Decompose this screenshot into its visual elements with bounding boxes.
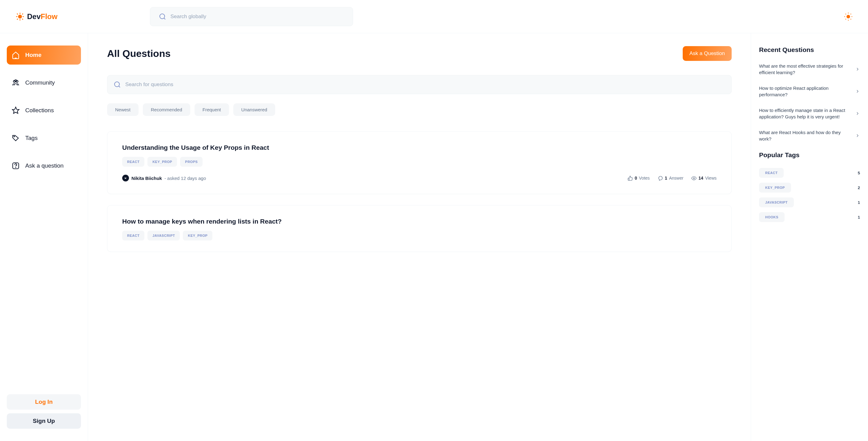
recent-question-item[interactable]: What are the most effective strategies f…	[759, 63, 860, 76]
sidebar-item-label: Tags	[25, 135, 37, 141]
tag-count: 1	[858, 200, 860, 205]
tag: JAVASCRIPT	[759, 197, 794, 207]
popular-tag-item[interactable]: JAVASCRIPT 1	[759, 197, 860, 207]
home-icon	[12, 51, 20, 59]
svg-point-28	[115, 82, 119, 87]
right-sidebar: Recent Questions What are the most effec…	[751, 33, 868, 441]
message-icon	[658, 176, 663, 181]
svg-marker-24	[12, 107, 19, 113]
signup-button[interactable]: Sign Up	[7, 413, 81, 429]
svg-line-19	[850, 13, 851, 14]
search-icon	[159, 13, 166, 20]
global-search-input[interactable]	[170, 13, 344, 20]
tag: REACT	[759, 168, 784, 178]
sidebar-item-label: Collections	[25, 107, 54, 114]
popular-tags-title: Popular Tags	[759, 151, 860, 159]
sidebar-item-label: Ask a question	[25, 162, 64, 169]
tag-count: 1	[858, 215, 860, 219]
tag[interactable]: KEY_PROP	[148, 157, 177, 167]
filter-unanswered[interactable]: Unanswered	[233, 103, 275, 116]
sidebar: Home Community Collections Tags Ask a qu…	[0, 33, 88, 441]
logo-icon	[16, 12, 25, 21]
logo[interactable]: DevFlow	[16, 12, 58, 21]
logo-text: DevFlow	[27, 12, 58, 21]
question-title: Understanding the Usage of Key Props in …	[122, 144, 717, 151]
tag: HOOKS	[759, 212, 784, 222]
sidebar-item-label: Community	[25, 79, 55, 86]
tag[interactable]: REACT	[122, 231, 144, 240]
popular-tag-item[interactable]: KEY_PROP 2	[759, 183, 860, 193]
filter-frequent[interactable]: Frequent	[194, 103, 229, 116]
author-meta: - asked 12 days ago	[164, 176, 206, 181]
sidebar-item-home[interactable]: Home	[7, 45, 81, 65]
sidebar-item-ask[interactable]: Ask a question	[7, 156, 81, 175]
svg-point-0	[19, 15, 22, 18]
recent-question-item[interactable]: What are React Hooks and how do they wor…	[759, 129, 860, 142]
popular-tag-item[interactable]: HOOKS 1	[759, 212, 860, 222]
users-icon	[12, 79, 20, 87]
search-icon	[114, 81, 121, 88]
stat-answers: 1 Answer	[658, 176, 683, 181]
thumbs-up-icon	[628, 176, 633, 181]
ask-question-button[interactable]: Ask a Question	[683, 46, 732, 61]
tag: KEY_PROP	[759, 183, 791, 193]
svg-point-25	[14, 136, 14, 137]
main-content: All Questions Ask a Question Newest Reco…	[88, 33, 751, 441]
sidebar-item-collections[interactable]: Collections	[7, 101, 81, 120]
tag-icon	[12, 134, 20, 142]
svg-point-27	[16, 167, 16, 168]
sidebar-item-community[interactable]: Community	[7, 73, 81, 92]
svg-point-23	[15, 80, 17, 82]
page-title: All Questions	[107, 48, 170, 59]
tag[interactable]: JAVASCRIPT	[148, 231, 180, 240]
question-tags: REACT JAVASCRIPT KEY_PROP	[122, 231, 717, 240]
tag[interactable]: REACT	[122, 157, 144, 167]
question-card[interactable]: Understanding the Usage of Key Props in …	[107, 131, 732, 194]
svg-line-7	[17, 19, 18, 20]
question-search[interactable]	[107, 75, 732, 94]
theme-toggle-icon[interactable]	[844, 12, 852, 21]
question-card[interactable]: How to manage keys when rendering lists …	[107, 205, 732, 252]
avatar: ⏷	[122, 175, 129, 181]
recent-question-item[interactable]: How to optimize React application perfor…	[759, 85, 860, 98]
question-author[interactable]: ⏷ Nikita Biichuk - asked 12 days ago	[122, 175, 206, 181]
question-tags: REACT KEY_PROP PROPS	[122, 157, 717, 167]
tag[interactable]: KEY_PROP	[183, 231, 212, 240]
author-name: Nikita Biichuk	[131, 176, 162, 181]
svg-line-15	[850, 19, 851, 20]
svg-line-10	[164, 18, 165, 20]
question-stats: 0 Votes 1 Answer 14 Views	[628, 176, 717, 181]
sidebar-item-label: Home	[25, 52, 41, 59]
svg-line-8	[22, 13, 23, 14]
question-icon	[12, 162, 20, 170]
recent-question-item[interactable]: How to efficiently manage state in a Rea…	[759, 107, 860, 120]
question-search-input[interactable]	[125, 81, 725, 88]
svg-point-9	[160, 14, 165, 19]
login-button[interactable]: Log In	[7, 394, 81, 410]
filter-recommended[interactable]: Recommended	[143, 103, 190, 116]
filter-newest[interactable]: Newest	[107, 103, 138, 116]
svg-line-3	[17, 13, 18, 14]
sidebar-item-tags[interactable]: Tags	[7, 129, 81, 147]
tag-count: 2	[858, 185, 860, 190]
svg-point-30	[693, 177, 695, 179]
question-title: How to manage keys when rendering lists …	[122, 218, 717, 225]
stat-votes: 0 Votes	[628, 176, 650, 181]
svg-line-18	[845, 19, 846, 20]
svg-line-29	[119, 86, 120, 87]
stat-views: 14 Views	[691, 176, 717, 181]
svg-line-4	[22, 19, 23, 20]
eye-icon	[691, 176, 696, 181]
tag[interactable]: PROPS	[180, 157, 203, 167]
filter-tabs: Newest Recommended Frequent Unanswered	[107, 103, 732, 116]
tag-count: 5	[858, 171, 860, 175]
popular-tag-item[interactable]: REACT 5	[759, 168, 860, 178]
app-header: DevFlow	[0, 0, 868, 33]
chevron-right-icon	[855, 89, 860, 94]
star-icon	[12, 106, 20, 114]
chevron-right-icon	[855, 67, 860, 72]
svg-line-14	[845, 13, 846, 14]
chevron-right-icon	[855, 111, 860, 116]
global-search[interactable]	[150, 7, 353, 26]
recent-questions-title: Recent Questions	[759, 46, 860, 54]
